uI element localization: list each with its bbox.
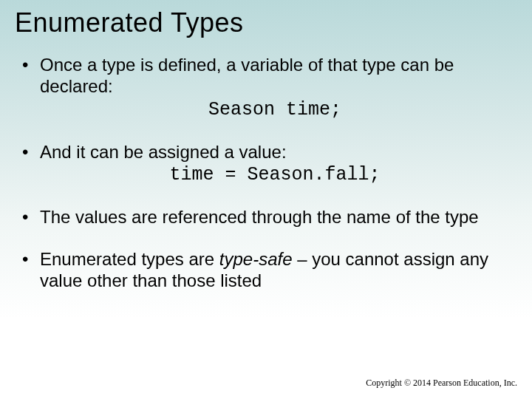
bullet-1-code: Season time;: [40, 99, 510, 121]
bullet-3-text: The values are referenced through the na…: [40, 207, 479, 227]
bullet-2-text: And it can be assigned a value:: [40, 142, 287, 162]
slide: Enumerated Types Once a type is defined,…: [0, 0, 532, 399]
bullet-2-code: time = Season.fall;: [40, 164, 510, 186]
copyright-footer: Copyright © 2014 Pearson Education, Inc.: [366, 378, 517, 389]
bullet-1: Once a type is defined, a variable of th…: [22, 55, 510, 121]
bullet-4-emphasis: type-safe: [219, 249, 293, 269]
slide-title: Enumerated Types: [15, 7, 517, 38]
bullet-4: Enumerated types are type-safe – you can…: [22, 249, 510, 292]
bullet-list: Once a type is defined, a variable of th…: [15, 55, 517, 292]
bullet-1-text: Once a type is defined, a variable of th…: [40, 55, 454, 96]
bullet-3: The values are referenced through the na…: [22, 207, 510, 228]
bullet-4-pre: Enumerated types are: [40, 249, 219, 269]
bullet-2: And it can be assigned a value: time = S…: [22, 142, 510, 187]
